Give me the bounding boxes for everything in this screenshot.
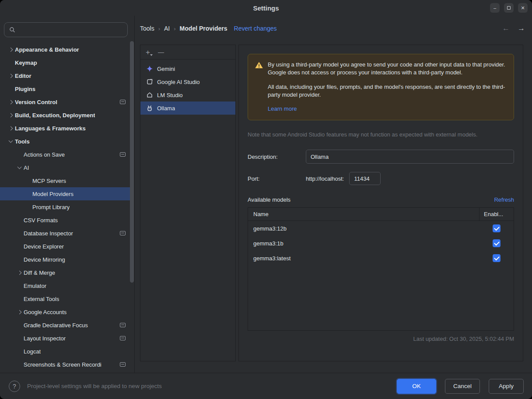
sidebar-item-appearance-behavior[interactable]: Appearance & Behavior (0, 43, 130, 56)
minimize-icon: – (494, 5, 496, 10)
sidebar-item-label: Model Providers (32, 191, 74, 197)
warning-paragraph-1: By using a third-party model you agree t… (268, 61, 506, 77)
chevron-right-icon[interactable] (6, 101, 15, 104)
sidebar-item-languages-frameworks[interactable]: Languages & Frameworks (0, 122, 130, 135)
port-row: Port: http://localhost: (248, 172, 514, 185)
maximize-button[interactable] (504, 3, 514, 13)
sidebar-item-plugins[interactable]: Plugins (0, 82, 130, 95)
main-area: Tools › AI › Model Providers Revert chan… (135, 16, 532, 373)
footer-hint: Project-level settings will be applied t… (27, 383, 162, 389)
sidebar-item-model-providers[interactable]: Model Providers (0, 187, 130, 200)
provider-item-gemini[interactable]: Gemini (140, 62, 235, 75)
table-row[interactable]: gemma3:1b (248, 236, 514, 251)
table-row[interactable]: gemma3:12b (248, 221, 514, 236)
breadcrumb-tools[interactable]: Tools (140, 25, 154, 32)
description-input[interactable] (306, 150, 514, 164)
sidebar-item-device-explorer[interactable]: Device Explorer (0, 240, 130, 253)
sidebar-item-label: Version Control (15, 99, 57, 105)
sidebar-item-google-accounts[interactable]: Google Accounts (0, 305, 130, 318)
sidebar-item-tools[interactable]: Tools (0, 135, 130, 148)
settings-window: Settings – ✕ Appearance & Behavior Keyma… (0, 0, 532, 399)
sidebar-item-label: Diff & Merge (24, 270, 55, 276)
available-models-label: Available models (248, 196, 290, 203)
provider-item-google-ai-studio[interactable]: Google AI Studio (140, 75, 235, 88)
revert-changes-link[interactable]: Revert changes (234, 25, 277, 32)
sidebar-item-ai[interactable]: AI (0, 161, 130, 174)
chevron-down-icon[interactable] (15, 167, 24, 168)
learn-more-link[interactable]: Learn more (268, 105, 297, 113)
cancel-button[interactable]: Cancel (445, 379, 480, 394)
sidebar-item-label: Prompt Library (32, 204, 70, 210)
breadcrumb: Tools › AI › Model Providers Revert chan… (140, 23, 525, 34)
models-table: Name Enabl... gemma3:12b gemma3:1b gemma… (248, 207, 514, 331)
sidebar-item-external-tools[interactable]: External Tools (0, 292, 130, 305)
sidebar-item-prompt-library[interactable]: Prompt Library (0, 200, 130, 214)
minimize-button[interactable]: – (490, 3, 500, 13)
remove-icon[interactable]: — (158, 49, 164, 55)
search-box[interactable] (4, 22, 128, 37)
forward-icon[interactable]: → (518, 24, 525, 33)
ok-button[interactable]: OK (397, 379, 436, 394)
sidebar-item-csv-formats[interactable]: CSV Formats (0, 214, 130, 227)
sidebar-item-label: AI (24, 164, 29, 171)
sidebar-item-emulator[interactable]: Emulator (0, 279, 130, 292)
dialog-buttons: OK Cancel Apply (397, 379, 524, 394)
settings-sidebar: Appearance & Behavior Keymap Editor Plug… (0, 16, 135, 373)
add-icon[interactable]: + (146, 49, 150, 56)
help-button[interactable]: ? (9, 381, 20, 392)
sidebar-item-label: CSV Formats (24, 217, 58, 224)
sidebar-item-device-mirroring[interactable]: Device Mirroring (0, 253, 130, 266)
sidebar-item-label: Tools (15, 138, 30, 145)
close-button[interactable]: ✕ (518, 3, 528, 13)
sidebar-scrollbar-thumb[interactable] (130, 41, 134, 283)
sidebar-item-logcat[interactable]: Logcat (0, 345, 130, 358)
port-input[interactable] (349, 172, 381, 185)
model-name: gemma3:12b (248, 225, 480, 232)
table-row[interactable]: gemma3:latest (248, 251, 514, 266)
sidebar-item-version-control[interactable]: Version Control (0, 95, 130, 108)
refresh-link[interactable]: Refresh (494, 196, 514, 203)
model-enabled-checkbox[interactable] (493, 224, 500, 232)
sidebar-item-layout-inspector[interactable]: Layout Inspector (0, 332, 130, 345)
chevron-right-icon[interactable] (6, 48, 15, 51)
provider-item-lm-studio[interactable]: LM Studio (140, 88, 235, 102)
sidebar-item-label: Keymap (15, 60, 37, 66)
chevron-right-icon[interactable] (15, 271, 24, 274)
search-input[interactable] (16, 27, 127, 33)
maximize-icon (507, 6, 511, 10)
sidebar-item-gradle-declarative-focus[interactable]: Gradle Declarative Focus (0, 318, 130, 332)
model-name: gemma3:1b (248, 240, 480, 247)
chevron-down-icon[interactable] (6, 140, 15, 142)
warning-paragraph-2: All data, including your files, prompts,… (268, 83, 506, 99)
sidebar-item-database-inspector[interactable]: Database Inspector (0, 227, 130, 240)
sidebar-item-keymap[interactable]: Keymap (0, 56, 130, 69)
sidebar-item-diff-merge[interactable]: Diff & Merge (0, 266, 130, 279)
sidebar-item-label: Emulator (24, 283, 46, 289)
sidebar-item-label: Layout Inspector (24, 335, 66, 342)
apply-button[interactable]: Apply (489, 379, 524, 394)
sidebar-item-label: Device Mirroring (24, 256, 65, 263)
sidebar-item-actions-on-save[interactable]: Actions on Save (0, 148, 130, 161)
chevron-right-icon[interactable] (15, 311, 24, 314)
breadcrumb-ai[interactable]: AI (164, 25, 170, 32)
chevron-right-icon[interactable] (6, 74, 15, 77)
sidebar-item-editor[interactable]: Editor (0, 69, 130, 82)
third-party-warning-banner: By using a third-party model you agree t… (248, 54, 514, 120)
provider-item-ollama[interactable]: Ollama (140, 102, 235, 115)
model-enabled-checkbox[interactable] (493, 239, 500, 247)
chevron-right-icon[interactable] (6, 127, 15, 130)
breadcrumb-model-providers: Model Providers (180, 25, 228, 32)
model-enabled-checkbox[interactable] (493, 254, 500, 262)
column-header-enabled[interactable]: Enabl... (480, 208, 514, 220)
sidebar-item-screenshots-screen-recording[interactable]: Screenshots & Screen Recordi (0, 358, 130, 371)
chevron-right-icon[interactable] (6, 114, 15, 117)
sidebar-item-build-execution-deployment[interactable]: Build, Execution, Deployment (0, 108, 130, 122)
back-icon[interactable]: ← (502, 24, 510, 33)
footer-bar: ? Project-level settings will be applied… (0, 373, 532, 399)
port-prefix: http://localhost: (306, 175, 344, 182)
sidebar-item-label: Gradle Declarative Focus (24, 322, 88, 329)
sidebar-item-mcp-servers[interactable]: MCP Servers (0, 174, 130, 187)
lm-studio-icon (146, 91, 153, 98)
column-header-name[interactable]: Name (248, 208, 480, 220)
history-nav: ← → (502, 24, 525, 33)
